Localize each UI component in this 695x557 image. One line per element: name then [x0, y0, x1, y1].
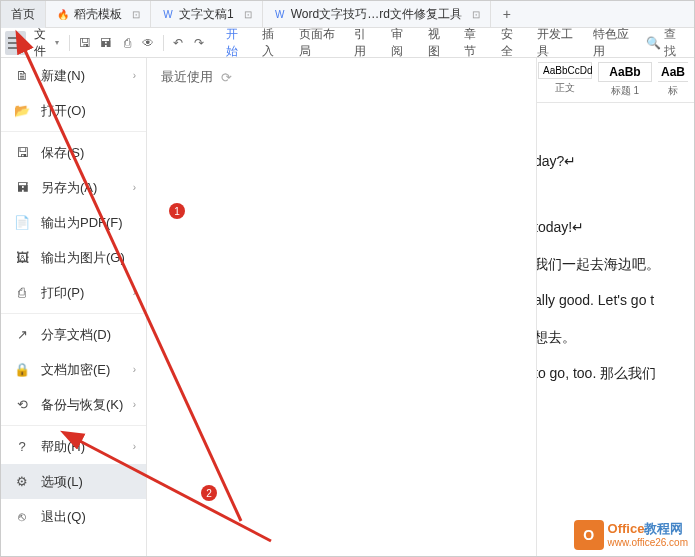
hamburger-button[interactable]: [5, 31, 26, 55]
item-label: 打印(P): [41, 284, 84, 302]
print-icon: ⎙: [13, 284, 31, 302]
menu-backup[interactable]: ⟲备份与恢复(K)›: [1, 387, 146, 422]
menu-ref[interactable]: 引用: [346, 28, 381, 58]
save-icon[interactable]: 🖫: [76, 33, 93, 53]
separator: [1, 313, 146, 314]
separator: [69, 35, 70, 51]
exit-icon: ⎋: [13, 508, 31, 526]
tab-label: Word文字技巧…rd文件修复工具: [291, 6, 462, 23]
tab-label: 稻壳模板: [74, 6, 122, 23]
tab-template[interactable]: 🔥 稻壳模板 ⊡: [46, 1, 151, 28]
word-icon: W: [273, 7, 287, 21]
chevron-right-icon: ›: [133, 399, 136, 410]
gear-icon: ⚙: [13, 473, 31, 491]
doc-line: day?↵: [534, 143, 694, 179]
separator: [1, 425, 146, 426]
callout-badge-1: 1: [169, 203, 185, 219]
menu-security[interactable]: 安全: [493, 28, 528, 58]
style-label: 标: [668, 84, 678, 98]
undo-icon[interactable]: ↶: [170, 33, 187, 53]
menu-options[interactable]: ⚙选项(L): [1, 464, 146, 499]
print-icon[interactable]: ⎙: [118, 33, 135, 53]
menu-chapter[interactable]: 章节: [456, 28, 491, 58]
menu-save[interactable]: 🖫保存(S): [1, 135, 146, 170]
menu-exportimg[interactable]: 🖼输出为图片(G): [1, 240, 146, 275]
callout-badge-2: 2: [201, 485, 217, 501]
chevron-right-icon: ›: [133, 441, 136, 452]
item-label: 帮助(H): [41, 438, 85, 456]
menu-saveas[interactable]: 🖬另存为(A)›: [1, 170, 146, 205]
preview-icon[interactable]: 👁: [140, 33, 157, 53]
menu-bar: 开始 插入 页面布局 引用 审阅 视图 章节 安全 开发工具 特色应用: [218, 28, 638, 58]
style-heading2[interactable]: AaB: [658, 62, 688, 82]
item-label: 退出(Q): [41, 508, 86, 526]
close-icon[interactable]: ⊡: [472, 9, 480, 20]
toolbar: 文件▾ 🖫 🖬 ⎙ 👁 ↶ ↷ 开始 插入 页面布局 引用 审阅 视图 章节 安…: [1, 28, 694, 58]
file-label: 文件: [34, 26, 54, 60]
tab-label: 首页: [11, 6, 35, 23]
menu-exportpdf[interactable]: 📄输出为PDF(F): [1, 205, 146, 240]
tab-doc1[interactable]: W 文字文稿1 ⊡: [151, 1, 263, 28]
tab-bar: 首页 🔥 稻壳模板 ⊡ W 文字文稿1 ⊡ W Word文字技巧…rd文件修复工…: [1, 1, 694, 28]
chevron-right-icon: ›: [133, 364, 136, 375]
item-label: 输出为图片(G): [41, 249, 125, 267]
watermark: O Office教程网 www.office26.com: [574, 520, 688, 550]
doc-line: ally good. Let's go t: [534, 282, 694, 318]
item-label: 新建(N): [41, 67, 85, 85]
search-icon: 🔍: [646, 36, 661, 50]
help-icon: ?: [13, 438, 31, 456]
menu-view[interactable]: 视图: [420, 28, 455, 58]
menu-new[interactable]: 🗎新建(N)›: [1, 58, 146, 93]
new-tab-button[interactable]: +: [491, 6, 523, 22]
style-normal[interactable]: AaBbCcDd: [538, 62, 592, 79]
redo-icon[interactable]: ↷: [191, 33, 208, 53]
menu-print[interactable]: ⎙打印(P)›: [1, 275, 146, 310]
menu-exit[interactable]: ⎋退出(Q): [1, 499, 146, 534]
style-label: 正文: [555, 81, 575, 95]
item-label: 选项(L): [41, 473, 83, 491]
doc-line: 我们一起去海边吧。: [534, 246, 694, 282]
menu-review[interactable]: 审阅: [383, 28, 418, 58]
menu-share[interactable]: ↗分享文档(D): [1, 317, 146, 352]
menu-dev[interactable]: 开发工具: [529, 28, 582, 58]
search-label: 查找: [664, 26, 682, 60]
save-icon: 🖫: [13, 144, 31, 162]
tab-doc2[interactable]: W Word文字技巧…rd文件修复工具 ⊡: [263, 1, 491, 28]
item-label: 备份与恢复(K): [41, 396, 123, 414]
menu-help[interactable]: ?帮助(H)›: [1, 429, 146, 464]
new-icon: 🗎: [13, 67, 31, 85]
recent-panel: 最近使用 ⟳: [147, 58, 537, 557]
menu-start[interactable]: 开始: [218, 28, 253, 58]
style-heading1[interactable]: AaBb: [598, 62, 652, 82]
lock-icon: 🔒: [13, 361, 31, 379]
doc-line: to go, too. 那么我们: [534, 355, 694, 391]
doc-line: today!↵: [534, 209, 694, 245]
watermark-url: www.office26.com: [608, 537, 688, 548]
fire-icon: 🔥: [56, 7, 70, 21]
tab-label: 文字文稿1: [179, 6, 234, 23]
saveas-icon: 🖬: [13, 179, 31, 197]
menu-layout[interactable]: 页面布局: [291, 28, 344, 58]
tab-home[interactable]: 首页: [1, 1, 46, 28]
item-label: 输出为PDF(F): [41, 214, 123, 232]
refresh-icon[interactable]: ⟳: [221, 70, 232, 85]
content-area: AaBbCcDd 正文 AaBb 标题 1 AaB 标 day?↵ today!…: [534, 58, 694, 557]
menu-encrypt[interactable]: 🔒文档加密(E)›: [1, 352, 146, 387]
search-box[interactable]: 🔍 查找: [638, 26, 690, 60]
pdf-icon: 📄: [13, 214, 31, 232]
file-button[interactable]: 文件▾: [28, 31, 66, 55]
chevron-right-icon: ›: [133, 287, 136, 298]
close-icon[interactable]: ⊡: [244, 9, 252, 20]
item-label: 另存为(A): [41, 179, 97, 197]
save2-icon[interactable]: 🖬: [97, 33, 114, 53]
menu-insert[interactable]: 插入: [254, 28, 289, 58]
menu-special[interactable]: 特色应用: [585, 28, 638, 58]
item-label: 保存(S): [41, 144, 84, 162]
menu-open[interactable]: 📂打开(O): [1, 93, 146, 128]
folder-icon: 📂: [13, 102, 31, 120]
word-icon: W: [161, 7, 175, 21]
recent-label: 最近使用: [161, 68, 213, 86]
item-label: 文档加密(E): [41, 361, 110, 379]
share-icon: ↗: [13, 326, 31, 344]
close-icon[interactable]: ⊡: [132, 9, 140, 20]
